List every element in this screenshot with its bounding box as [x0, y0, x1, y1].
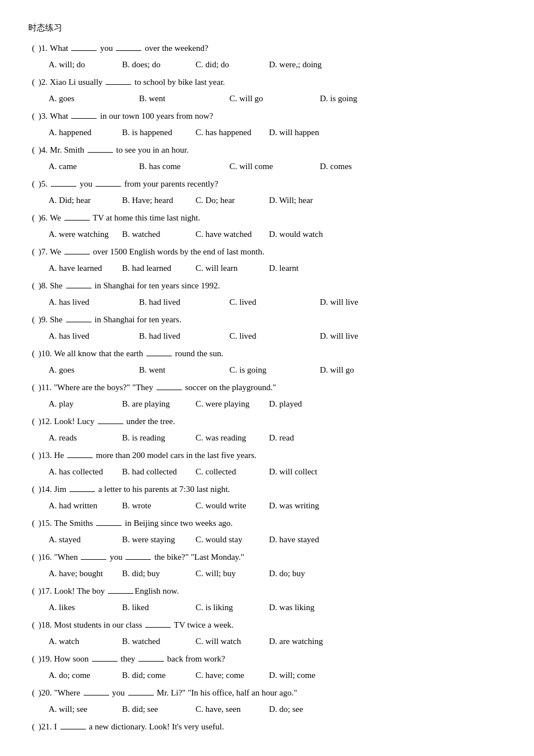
question-line: ()8. She in Shanghai for ten years since…	[28, 279, 506, 293]
paren-open: (	[28, 77, 38, 87]
question-text: "Where are the boys?" "They soccer on th…	[54, 381, 506, 395]
paren-open: (	[28, 179, 38, 189]
option-B: B. watched	[122, 634, 196, 649]
option-B: B. had lived	[139, 295, 229, 310]
page-title: 时态练习	[28, 23, 506, 33]
options-line: A. do; comeB. did; comeC. have; comeD. w…	[28, 668, 506, 683]
option-B: B. did; come	[122, 668, 196, 683]
question-text: She in Shanghai for ten years since 1992…	[50, 279, 506, 293]
options-line: A. has livedB. had livedC. livedD. will …	[28, 295, 506, 310]
paren-open: (	[28, 654, 38, 664]
question-block: ()20. "Where you Mr. Li?" "In his office…	[28, 686, 506, 716]
option-D: D. played	[269, 397, 342, 412]
paren-open: (	[28, 722, 38, 732]
paren-open: (	[28, 349, 38, 358]
question-block: ()1. What you over the weekend?A. will; …	[28, 41, 506, 72]
option-A: A. Did; hear	[49, 193, 122, 208]
paren-open: (	[28, 552, 38, 562]
option-A: A. has lived	[49, 329, 139, 344]
option-D: D. is going	[320, 92, 410, 106]
paren-close: )1.	[38, 44, 47, 53]
option-C: C. is liking	[196, 601, 269, 615]
question-block: ()16. "When you the bike?" "Last Monday.…	[28, 550, 506, 581]
option-C: C. would write	[196, 499, 269, 513]
option-B: B. are playing	[122, 397, 196, 412]
option-D: D. do; see	[269, 702, 342, 717]
option-B: B. went	[139, 363, 229, 378]
option-D: D. will live	[320, 329, 410, 344]
option-D: D. have stayed	[269, 533, 342, 547]
question-block: ()14. Jim a letter to his parents at 7:3…	[28, 482, 506, 513]
question-block: ()12. Look! Lucy under the tree.A. reads…	[28, 414, 506, 445]
option-D: D. will happen	[269, 126, 342, 140]
paren-close: )2.	[38, 77, 47, 87]
option-A: A. goes	[49, 363, 139, 378]
paren-open: (	[28, 315, 38, 325]
question-text: He more than 200 model cars in the last …	[54, 448, 506, 463]
question-text: What in our town 100 years from now?	[50, 109, 506, 124]
question-line: ()18. Most students in our class TV twic…	[28, 618, 506, 633]
question-line: ()5. you from your parents recently?	[28, 177, 506, 192]
option-D: D. do; buy	[269, 567, 342, 581]
option-C: C. will; buy	[196, 567, 269, 581]
option-A: A. stayed	[49, 533, 122, 547]
options-line: A. likesB. likedC. is likingD. was likin…	[28, 601, 506, 615]
paren-close: )4.	[38, 145, 47, 155]
question-block: ()10. We all know that the earth round t…	[28, 347, 506, 377]
option-D: D. Will; hear	[269, 193, 342, 208]
question-text: What you over the weekend?	[50, 41, 506, 56]
question-block: ()9. She in Shanghai for ten years.A. ha…	[28, 313, 506, 343]
question-line: ()9. She in Shanghai for ten years.	[28, 313, 506, 327]
option-A: A. came	[49, 159, 139, 174]
options-line: A. happenedB. is happenedC. has happened…	[28, 126, 506, 140]
option-B: B. had lived	[139, 329, 229, 344]
question-line: ()20. "Where you Mr. Li?" "In his office…	[28, 686, 506, 701]
paren-close: )18.	[38, 620, 52, 630]
paren-close: )17.	[38, 586, 52, 596]
question-text: Look! The boy English now.	[54, 584, 506, 599]
paren-open: (	[28, 417, 38, 426]
paren-open: (	[28, 620, 38, 630]
option-B: B. had collected	[122, 465, 196, 479]
options-line: A. goesB. wentC. is goingD. will go	[28, 363, 506, 378]
option-C: C. have watched	[196, 227, 269, 242]
question-block: ()5. you from your parents recently?A. D…	[28, 177, 506, 208]
question-block: ()2. Xiao Li usually to school by bike l…	[28, 75, 506, 106]
question-block: ()19. How soon they back from work?A. do…	[28, 652, 506, 682]
option-D: D. will live	[320, 295, 410, 310]
paren-close: )21.	[38, 722, 52, 732]
question-block: ()7. We over 1500 English words by the e…	[28, 245, 506, 275]
option-D: D. were,; doing	[269, 58, 342, 72]
question-line: ()17. Look! The boy English now.	[28, 584, 506, 599]
option-B: B. has come	[139, 159, 229, 174]
question-text: She in Shanghai for ten years.	[50, 313, 506, 327]
option-A: A. have; bought	[49, 567, 122, 581]
question-text: Jim a letter to his parents at 7:30 last…	[54, 482, 506, 497]
paren-close: )3.	[38, 111, 47, 121]
question-line: ()7. We over 1500 English words by the e…	[28, 245, 506, 260]
option-C: C. Do; hear	[196, 193, 269, 208]
paren-open: (	[28, 281, 38, 291]
paren-close: )7.	[38, 247, 47, 257]
option-C: C. have; come	[196, 668, 269, 683]
option-A: A. play	[49, 397, 122, 412]
question-line: ()16. "When you the bike?" "Last Monday.…	[28, 550, 506, 565]
question-block: ()21. I a new dictionary. Look! It's ver…	[28, 720, 506, 735]
question-line: ()2. Xiao Li usually to school by bike l…	[28, 75, 506, 90]
option-C: C. lived	[229, 295, 320, 310]
paren-close: )20.	[38, 688, 52, 698]
paren-open: (	[28, 145, 38, 155]
option-A: A. happened	[49, 126, 122, 140]
option-C: C. were playing	[196, 397, 269, 412]
paren-close: )8.	[38, 281, 47, 291]
paren-close: )6.	[38, 213, 47, 223]
option-C: C. lived	[229, 329, 320, 344]
option-B: B. did; see	[122, 702, 196, 717]
paren-close: )15.	[38, 519, 52, 528]
paren-close: )19.	[38, 654, 52, 664]
paren-open: (	[28, 485, 38, 494]
paren-close: )11.	[38, 383, 51, 392]
paren-close: )12.	[38, 417, 52, 426]
options-line: A. will; seeB. did; seeC. have, seenD. d…	[28, 702, 506, 717]
option-C: C. will come	[229, 159, 320, 174]
